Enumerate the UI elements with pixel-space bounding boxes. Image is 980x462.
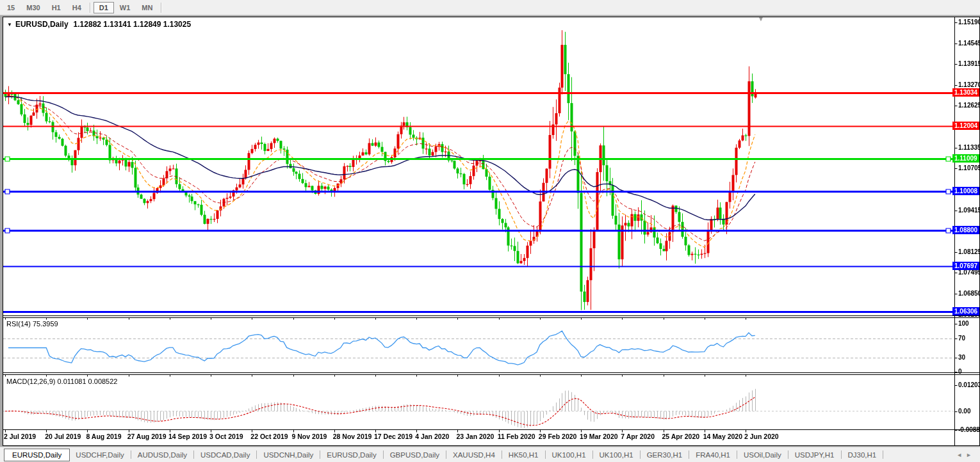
price-tick-label: 1.12625 bbox=[958, 102, 980, 109]
chart-ohlc-values: 1.12882 1.13141 1.12849 1.13025 bbox=[74, 20, 192, 29]
rsi-indicator-label: RSI(14) 75.3959 bbox=[6, 320, 58, 328]
date-tick-label: 8 Aug 2019 bbox=[86, 433, 121, 440]
timeframe-button-d1[interactable]: D1 bbox=[94, 2, 114, 13]
price-tick-label: 1.11335 bbox=[958, 144, 980, 152]
date-tick-label: 20 Jul 2019 bbox=[45, 433, 81, 440]
chart-tab[interactable]: USDCAD,Daily bbox=[195, 449, 256, 461]
date-tick-label: 25 Apr 2020 bbox=[662, 433, 700, 440]
macd-indicator-label: MACD(12,26,9) 0.011081 0.008522 bbox=[6, 378, 117, 385]
date-tick-label: 14 Sep 2019 bbox=[168, 433, 207, 440]
macd-tick-label: -0.00888 bbox=[958, 426, 980, 434]
date-tick-label: 29 Feb 2020 bbox=[539, 433, 577, 440]
chart-tab[interactable]: UK100,H1 bbox=[546, 449, 592, 461]
date-tick-label: 27 Aug 2019 bbox=[127, 433, 167, 440]
price-tick-label: 1.15190 bbox=[958, 19, 980, 26]
tabs-scroll-left-icon[interactable]: ◄ bbox=[956, 452, 962, 458]
price-line-badge: 1.07697 bbox=[952, 262, 979, 270]
chart-tab[interactable]: USDCNH,Daily bbox=[257, 449, 319, 461]
price-tick-label: 1.06850 bbox=[958, 290, 980, 298]
tab-separator bbox=[737, 450, 737, 459]
price-line-badge: 1.13034 bbox=[952, 88, 979, 97]
chart-tab[interactable]: EURUSD,Daily bbox=[321, 449, 382, 461]
timeframe-button-h4[interactable]: H4 bbox=[67, 2, 87, 13]
date-tick-label: 14 May 2020 bbox=[703, 433, 742, 440]
date-tick-label: 3 Oct 2019 bbox=[209, 433, 243, 440]
price-line-badge: 1.11009 bbox=[952, 154, 979, 163]
rsi-tick-label: 0 bbox=[958, 368, 962, 376]
tab-separator bbox=[446, 450, 446, 459]
timeframe-button-mn[interactable]: MN bbox=[136, 2, 158, 13]
toolbar-separator bbox=[90, 3, 91, 13]
price-line-badge: 1.12004 bbox=[952, 122, 979, 130]
date-tick-label: 2 Jul 2019 bbox=[4, 433, 36, 440]
tab-separator bbox=[193, 450, 194, 459]
tab-separator bbox=[131, 450, 131, 459]
chart-window: ▼EURUSD,Daily1.12882 1.13141 1.12849 1.1… bbox=[3, 17, 980, 446]
price-line-badge: 1.10008 bbox=[952, 187, 979, 195]
price-tick-label: 1.07495 bbox=[958, 269, 980, 276]
tab-scroll-nav: ◄► bbox=[954, 452, 974, 458]
tabs-scroll-right-icon[interactable]: ► bbox=[966, 452, 972, 458]
tab-separator bbox=[502, 450, 502, 459]
tab-separator bbox=[545, 450, 546, 459]
tab-separator bbox=[383, 450, 384, 459]
chart-tab[interactable]: HK50,H1 bbox=[503, 449, 544, 461]
chart-tab[interactable]: EURUSD,Daily bbox=[4, 449, 70, 461]
date-tick-label: 28 Nov 2019 bbox=[333, 433, 372, 440]
macd-tick-label: 0.012031 bbox=[958, 381, 980, 389]
chart-tab[interactable]: USOil,Daily bbox=[738, 449, 787, 461]
tab-separator bbox=[320, 450, 320, 459]
price-line-badge: 1.06306 bbox=[952, 307, 979, 315]
chart-tab[interactable]: DJ30,H1 bbox=[842, 449, 883, 461]
date-tick-label: 7 Apr 2020 bbox=[621, 433, 655, 440]
chart-tab[interactable]: AUDUSD,Daily bbox=[132, 449, 193, 461]
tab-separator bbox=[592, 450, 593, 459]
toolbar-separator bbox=[161, 3, 162, 13]
price-tick-label: 1.09415 bbox=[958, 207, 980, 214]
chart-tab[interactable]: GBPUSD,Daily bbox=[384, 449, 445, 461]
price-tick-label: 1.10705 bbox=[958, 164, 980, 172]
chart-tab-bar: EURUSD,DailyUSDCHF,DailyAUDUSD,DailyUSDC… bbox=[0, 447, 980, 462]
chart-tab[interactable]: UK100,H1 bbox=[594, 449, 639, 461]
tab-separator bbox=[841, 450, 842, 459]
chart-shift-marker-icon[interactable]: ▼ bbox=[758, 15, 764, 22]
chart-tab[interactable]: GER30,H1 bbox=[641, 449, 689, 461]
timeframe-button-m30[interactable]: M30 bbox=[20, 2, 45, 13]
date-tick-label: 11 Feb 2020 bbox=[498, 433, 535, 440]
price-line-badge: 1.08800 bbox=[952, 226, 979, 234]
date-tick-label: 17 Dec 2019 bbox=[374, 433, 412, 440]
chart-tab[interactable]: XAUUSD,H4 bbox=[447, 449, 501, 461]
date-tick-label: 9 Nov 2019 bbox=[292, 433, 327, 440]
date-tick-label: 23 Jan 2020 bbox=[456, 433, 494, 440]
price-tick-label: 1.14545 bbox=[958, 40, 980, 47]
tab-separator bbox=[788, 450, 788, 459]
macd-tick-label: 0.00 bbox=[958, 408, 970, 415]
price-tick-label: 1.13915 bbox=[958, 60, 980, 68]
price-tick-label: 1.08125 bbox=[958, 248, 980, 256]
chart-title: ▼EURUSD,Daily1.12882 1.13141 1.12849 1.1… bbox=[7, 20, 191, 29]
chart-tab[interactable]: FRA40,H1 bbox=[690, 449, 736, 461]
tab-separator bbox=[640, 450, 641, 459]
timeframe-toolbar: 15M30H1H4D1W1MN bbox=[0, 0, 980, 15]
chart-symbol-period: EURUSD,Daily bbox=[15, 20, 69, 29]
date-tick-label: 2 Jun 2020 bbox=[744, 433, 779, 440]
timeframe-button-w1[interactable]: W1 bbox=[114, 2, 136, 13]
price-tick-label: 1.13270 bbox=[958, 81, 980, 89]
date-tick-label: 22 Oct 2019 bbox=[250, 433, 288, 440]
chart-tab[interactable]: USDCHF,Daily bbox=[70, 449, 129, 461]
timeframe-button-h1[interactable]: H1 bbox=[46, 2, 67, 13]
date-tick-label: 4 Jan 2020 bbox=[415, 433, 449, 440]
chart-tab[interactable]: USDJPY,H1 bbox=[789, 449, 840, 461]
date-tick-label: 19 Mar 2020 bbox=[580, 433, 618, 440]
tab-separator bbox=[883, 450, 883, 459]
tab-separator bbox=[256, 450, 257, 459]
rsi-tick-label: 100 bbox=[958, 320, 969, 328]
price-chart-canvas[interactable] bbox=[3, 17, 979, 445]
timeframe-button-15[interactable]: 15 bbox=[1, 2, 20, 13]
chart-context-arrow-icon[interactable]: ▼ bbox=[7, 22, 12, 28]
rsi-tick-label: 70 bbox=[958, 335, 965, 342]
tab-separator bbox=[689, 450, 689, 459]
rsi-tick-label: 30 bbox=[958, 354, 965, 362]
